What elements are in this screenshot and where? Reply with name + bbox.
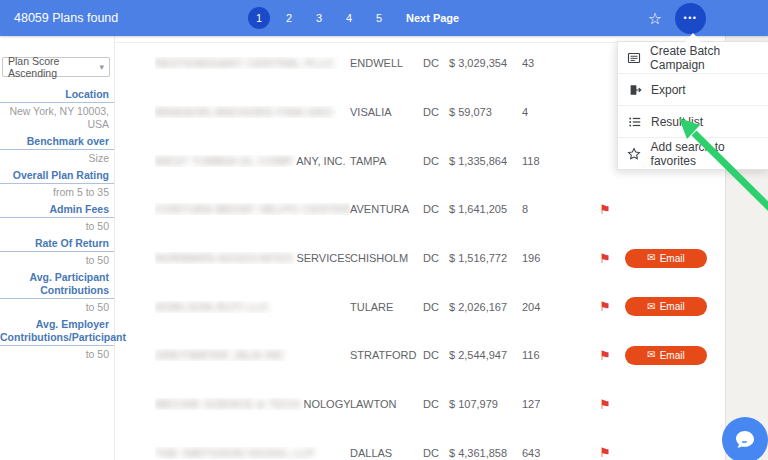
table-row[interactable]: NORMARN ASSOCIATEDSERVICES, INC CHISHOLM…	[115, 234, 725, 283]
table-row[interactable]: HORLSON RUTI LLC TULARE DC $ 2,026,167 2…	[115, 282, 725, 331]
table-row[interactable]: THE SMITHSON DICKEL LLP DALLAS DC $ 4,36…	[115, 429, 725, 460]
plan-type-cell: DC	[423, 398, 449, 410]
email-button[interactable]: ✉ Email	[625, 346, 707, 365]
pagination: 12345Next Page	[244, 0, 459, 36]
flag-icon: ⚑	[592, 397, 618, 412]
sort-select-value: Plan Score Ascending	[8, 55, 99, 79]
menu-item-add-search-to-favorites[interactable]: Add search to favorites	[618, 137, 768, 169]
city-cell: VISALIA	[350, 106, 423, 118]
page-button-5[interactable]: 5	[364, 12, 394, 24]
email-cell: ✉ Email	[625, 249, 707, 268]
blurred-company-name: CONTURA MEDAT HELPO CENTER,	[155, 203, 350, 215]
email-cell: ✉ Email	[625, 297, 707, 316]
menu-item-export[interactable]: Export	[618, 73, 768, 105]
menu-item-create-batch-campaign[interactable]: Create Batch Campaign	[618, 42, 768, 73]
envelope-icon: ✉	[647, 302, 655, 312]
envelope-icon: ✉	[647, 253, 655, 263]
page-button-1[interactable]: 1	[248, 7, 270, 29]
chat-button[interactable]	[722, 417, 768, 460]
filter-link-avg-employer-contributions-participant[interactable]: Avg. Employer Contributions/Participant	[0, 318, 114, 346]
company-name-cell: GREYWATER JALB INC	[155, 349, 350, 361]
email-cell: ✉ Email	[625, 346, 707, 365]
star-icon	[627, 146, 642, 161]
company-name-cell: MECHIE SOENCE & TECHNOLOGY, LLC	[155, 398, 350, 410]
menu-caret-icon	[685, 33, 701, 42]
filter-link-overall-plan-rating[interactable]: Overall Plan Rating	[0, 169, 114, 184]
participants-cell: 118	[522, 155, 562, 167]
blurred-company-name: BRADENS ANCHORS FINA GRO	[155, 106, 333, 118]
blurred-company-name: HORLSON RUTI LLC	[155, 301, 269, 313]
filter-link-location[interactable]: Location	[0, 88, 114, 103]
filter-link-benchmark-over[interactable]: Benchmark over	[0, 135, 114, 150]
filter-link-rate-of-return[interactable]: Rate Of Return	[0, 237, 114, 252]
filter-value: Size	[0, 150, 114, 169]
city-cell: DALLAS	[350, 447, 423, 459]
participants-cell: 116	[522, 349, 562, 361]
email-button-label: Email	[660, 253, 685, 264]
email-button[interactable]: ✉ Email	[625, 249, 707, 268]
page-button-4[interactable]: 4	[334, 12, 364, 24]
filter-sidebar: Plan Score Ascending ▾ Location New York…	[0, 36, 115, 460]
city-cell: TULARE	[350, 301, 423, 313]
blurred-company-name: WEST TUMBIA GL COMP	[155, 155, 293, 167]
filter-value: New York, NY 10003, USA	[0, 103, 114, 135]
filter-group: Avg. Participant Contributions to 50	[0, 271, 114, 318]
participants-cell: 204	[522, 301, 562, 313]
actions-dropdown-menu: Create Batch Campaign Export Result list…	[617, 41, 768, 170]
results-count: 48059 Plans found	[14, 0, 118, 36]
flag-icon: ⚑	[592, 202, 618, 217]
menu-item-result-list[interactable]: Result list	[618, 105, 768, 137]
city-cell: ENDWELL	[350, 57, 423, 69]
plan-type-cell: DC	[423, 301, 449, 313]
menu-item-label: Create Batch Campaign	[650, 44, 768, 72]
plan-type-cell: DC	[423, 155, 449, 167]
filter-group: Benchmark over Size	[0, 135, 114, 169]
city-cell: AVENTURA	[350, 203, 423, 215]
company-name-cell: CONTURA MEDAT HELPO CENTER,LLC	[155, 203, 350, 215]
filter-group: Avg. Employer Contributions/Participant …	[0, 318, 114, 365]
filter-group: Rate Of Return to 50	[0, 237, 114, 271]
assets-cell: $ 107,979	[449, 398, 522, 410]
company-name-suffix: NOLOGY, LLC	[304, 398, 351, 410]
menu-item-label: Result list	[651, 115, 703, 129]
city-cell: TAMPA	[350, 155, 423, 167]
page-button-3[interactable]: 3	[304, 12, 334, 24]
table-row[interactable]: MECHIE SOENCE & TECHNOLOGY, LLC LAWTON D…	[115, 380, 725, 429]
flag-icon: ⚑	[592, 251, 618, 266]
favorite-star-icon[interactable]: ☆	[642, 0, 668, 36]
more-actions-button[interactable]: •••	[675, 3, 706, 34]
assets-cell: $ 59,073	[449, 106, 522, 118]
filter-link-avg-participant-contributions[interactable]: Avg. Participant Contributions	[0, 271, 114, 299]
filter-value: to 50	[0, 252, 114, 271]
participants-cell: 127	[522, 398, 562, 410]
export-icon	[627, 82, 642, 97]
email-button-label: Email	[660, 301, 685, 312]
page-button-2[interactable]: 2	[274, 12, 304, 24]
table-row[interactable]: CONTURA MEDAT HELPO CENTER,LLC AVENTURA …	[115, 185, 725, 234]
filter-link-admin-fees[interactable]: Admin Fees	[0, 203, 114, 218]
flag-icon: ⚑	[592, 299, 618, 314]
table-row[interactable]: GREYWATER JALB INC STRATFORD DC $ 2,544,…	[115, 331, 725, 380]
city-cell: CHISHOLM	[350, 252, 423, 264]
blurred-company-name: RESTENDGANT CENTRAL PLLC	[155, 57, 334, 69]
city-cell: STRATFORD	[350, 349, 423, 361]
filter-value: to 50	[0, 299, 114, 318]
header-bar: 48059 Plans found 12345Next Page ☆ •••	[0, 0, 768, 36]
filter-list: Location New York, NY 10003, USA Benchma…	[0, 88, 114, 365]
app-root: 48059 Plans found 12345Next Page ☆ ••• P…	[0, 0, 768, 460]
filter-value: from 5 to 35	[0, 184, 114, 203]
assets-cell: $ 2,026,167	[449, 301, 522, 313]
company-name-cell: THE SMITHSON DICKEL LLP	[155, 447, 350, 459]
assets-cell: $ 1,641,205	[449, 203, 522, 215]
flag-icon: ⚑	[592, 348, 618, 363]
participants-cell: 8	[522, 203, 562, 215]
email-button[interactable]: ✉ Email	[625, 297, 707, 316]
blurred-company-name: THE SMITHSON DICKEL LLP	[155, 447, 315, 459]
next-page-link[interactable]: Next Page	[406, 12, 459, 24]
assets-cell: $ 4,361,858	[449, 447, 522, 459]
chevron-down-icon: ▾	[99, 62, 104, 72]
blurred-company-name: NORMARN ASSOCIATED	[155, 252, 293, 264]
assets-cell: $ 2,544,947	[449, 349, 522, 361]
sort-select[interactable]: Plan Score Ascending ▾	[2, 57, 110, 77]
participants-cell: 196	[522, 252, 562, 264]
